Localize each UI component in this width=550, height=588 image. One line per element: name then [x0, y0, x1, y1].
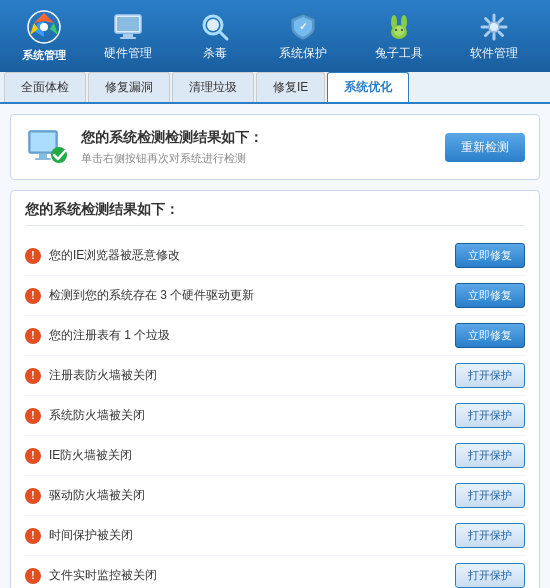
results-section: 您的系统检测结果如下： !您的IE浏览器被恶意修改立即修复!检测到您的系统存在 … [10, 190, 540, 588]
warn-icon: ! [25, 328, 41, 344]
result-text: 您的注册表有 1 个垃圾 [49, 327, 455, 344]
svg-point-16 [489, 22, 499, 32]
app-logo: 系统管理 [8, 6, 80, 66]
protect-button[interactable]: 打开保护 [455, 443, 525, 468]
shield-icon: ✓ [287, 11, 319, 43]
result-text: 文件实时监控被关闭 [49, 567, 455, 584]
result-item: !您的注册表有 1 个垃圾立即修复 [25, 316, 525, 356]
warn-icon: ! [25, 448, 41, 464]
repair-button[interactable]: 立即修复 [455, 243, 525, 268]
result-text: 注册表防火墙被关闭 [49, 367, 455, 384]
svg-rect-5 [120, 37, 136, 39]
warn-icon: ! [25, 488, 41, 504]
result-item: !驱动防火墙被关闭打开保护 [25, 476, 525, 516]
result-text: 检测到您的系统存在 3 个硬件驱动更新 [49, 287, 455, 304]
svg-line-24 [486, 32, 490, 36]
svg-text:✓: ✓ [299, 21, 307, 32]
svg-point-12 [401, 15, 407, 29]
nav-item-hardware[interactable]: 硬件管理 [92, 5, 164, 68]
nav-label-kill: 杀毒 [203, 45, 227, 62]
result-text: 时间保护被关闭 [49, 527, 455, 544]
top-nav: 系统管理 硬件管理 杀毒 [0, 0, 550, 72]
nav-label-tools: 兔子工具 [375, 45, 423, 62]
protect-button[interactable]: 打开保护 [455, 483, 525, 508]
results-list: !您的IE浏览器被恶意修改立即修复!检测到您的系统存在 3 个硬件驱动更新立即修… [25, 236, 525, 588]
repair-button[interactable]: 立即修复 [455, 283, 525, 308]
result-item: !检测到您的系统存在 3 个硬件驱动更新立即修复 [25, 276, 525, 316]
svg-line-22 [499, 32, 503, 36]
summary-icon [25, 125, 69, 169]
rabbit-icon [383, 11, 415, 43]
result-item: !您的IE浏览器被恶意修改立即修复 [25, 236, 525, 276]
svg-point-14 [395, 29, 397, 31]
repair-button[interactable]: 立即修复 [455, 323, 525, 348]
tab-clean[interactable]: 清理垃圾 [172, 72, 254, 102]
logo-icon [26, 9, 62, 45]
svg-point-1 [40, 23, 48, 31]
result-item: !IE防火墙被关闭打开保护 [25, 436, 525, 476]
protect-button[interactable]: 打开保护 [455, 363, 525, 388]
tab-repair[interactable]: 修复漏洞 [88, 72, 170, 102]
result-text: IE防火墙被关闭 [49, 447, 455, 464]
protect-button[interactable]: 打开保护 [455, 563, 525, 588]
app-title: 系统管理 [22, 48, 66, 63]
summary-banner: 您的系统检测检测结果如下： 单击右侧按钮再次对系统进行检测 重新检测 [10, 114, 540, 180]
summary-title: 您的系统检测检测结果如下： [81, 129, 445, 147]
warn-icon: ! [25, 408, 41, 424]
tab-bar: 全面体检 修复漏洞 清理垃圾 修复IE 系统优化 [0, 72, 550, 104]
result-text: 您的IE浏览器被恶意修改 [49, 247, 455, 264]
svg-point-7 [207, 19, 219, 31]
svg-rect-4 [123, 34, 133, 37]
nav-label-hardware: 硬件管理 [104, 45, 152, 62]
result-item: !注册表防火墙被关闭打开保护 [25, 356, 525, 396]
protect-button[interactable]: 打开保护 [455, 403, 525, 428]
nav-item-software[interactable]: 软件管理 [458, 5, 530, 68]
nav-label-protection: 系统保护 [279, 45, 327, 62]
results-title: 您的系统检测结果如下： [25, 201, 525, 226]
warn-icon: ! [25, 288, 41, 304]
svg-rect-28 [35, 158, 51, 160]
result-text: 驱动防火墙被关闭 [49, 487, 455, 504]
protect-button[interactable]: 打开保护 [455, 523, 525, 548]
svg-rect-26 [31, 133, 55, 151]
summary-subtitle: 单击右侧按钮再次对系统进行检测 [81, 151, 445, 166]
nav-label-software: 软件管理 [470, 45, 518, 62]
nav-item-tools[interactable]: 兔子工具 [363, 5, 435, 68]
svg-line-8 [220, 32, 227, 39]
svg-line-23 [499, 18, 503, 22]
result-item: !文件实时监控被关闭打开保护 [25, 556, 525, 588]
svg-line-21 [486, 18, 490, 22]
result-item: !系统防火墙被关闭打开保护 [25, 396, 525, 436]
monitor-icon [112, 11, 144, 43]
tab-optimize[interactable]: 系统优化 [327, 72, 409, 102]
nav-item-kill[interactable]: 杀毒 [187, 5, 243, 68]
svg-point-11 [391, 15, 397, 29]
result-item: !时间保护被关闭打开保护 [25, 516, 525, 556]
tab-fixie[interactable]: 修复IE [256, 72, 325, 102]
svg-rect-27 [39, 154, 47, 158]
nav-items: 硬件管理 杀毒 ✓ 系统保护 [80, 5, 542, 68]
warn-icon: ! [25, 248, 41, 264]
gear-icon [478, 11, 510, 43]
rescan-button[interactable]: 重新检测 [445, 133, 525, 162]
warn-icon: ! [25, 528, 41, 544]
svg-point-13 [394, 26, 404, 36]
main-content: 您的系统检测检测结果如下： 单击右侧按钮再次对系统进行检测 重新检测 您的系统检… [0, 104, 550, 588]
search-circle-icon [199, 11, 231, 43]
warn-icon: ! [25, 368, 41, 384]
summary-text: 您的系统检测检测结果如下： 单击右侧按钮再次对系统进行检测 [81, 129, 445, 166]
warn-icon: ! [25, 568, 41, 584]
tab-fullcheck[interactable]: 全面体检 [4, 72, 86, 102]
svg-rect-3 [117, 17, 139, 31]
svg-point-15 [401, 29, 403, 31]
nav-item-protection[interactable]: ✓ 系统保护 [267, 5, 339, 68]
result-text: 系统防火墙被关闭 [49, 407, 455, 424]
